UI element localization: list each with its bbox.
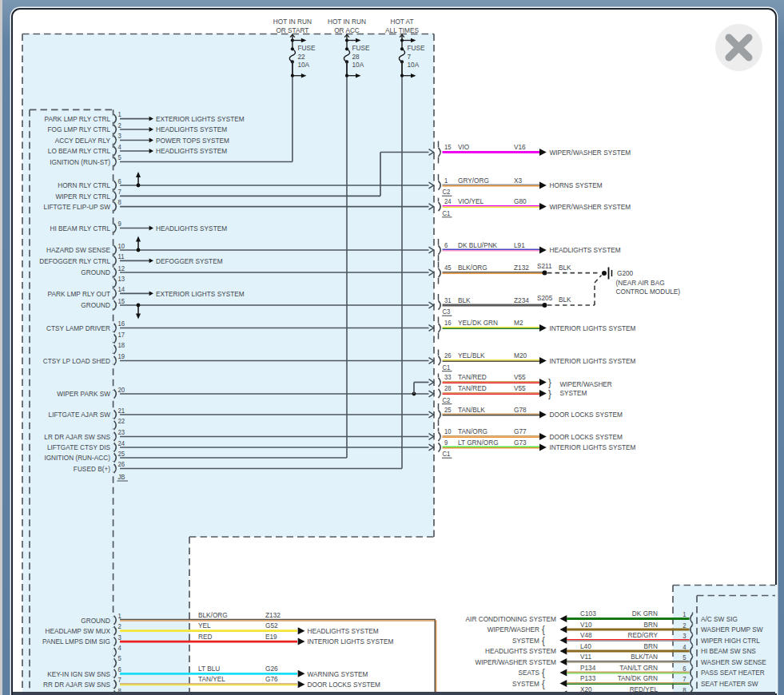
svg-text:G52: G52 xyxy=(265,622,278,630)
svg-text:{: { xyxy=(542,634,545,646)
svg-text:G26: G26 xyxy=(265,664,278,673)
svg-text:BRN: BRN xyxy=(644,641,658,650)
svg-text:FUSE: FUSE xyxy=(297,44,315,53)
svg-text:BLK/TAN: BLK/TAN xyxy=(631,653,658,661)
svg-text:RED: RED xyxy=(198,632,212,641)
svg-text:C1: C1 xyxy=(443,363,451,371)
svg-text:WASHER PUMP SW: WASHER PUMP SW xyxy=(701,626,763,634)
svg-text:4: 4 xyxy=(118,143,122,151)
svg-text:}: } xyxy=(548,388,551,400)
svg-text:INTERIOR LIGHTS SYSTEM: INTERIOR LIGHTS SYSTEM xyxy=(550,324,636,332)
svg-text:HEADLIGHTS SYSTEM: HEADLIGHTS SYSTEM xyxy=(156,125,227,134)
svg-text:INTERIOR LIGHTS SYSTEM: INTERIOR LIGHTS SYSTEM xyxy=(308,637,394,646)
svg-text:ACCY DELAY RLY: ACCY DELAY RLY xyxy=(55,136,110,145)
svg-text:FUSED B(+): FUSED B(+) xyxy=(74,464,110,473)
svg-text:BLK: BLK xyxy=(559,296,571,304)
svg-text:45: 45 xyxy=(444,264,452,272)
svg-text:RED/GRY: RED/GRY xyxy=(627,631,658,640)
svg-text:V55: V55 xyxy=(514,384,526,393)
svg-text:24: 24 xyxy=(118,439,125,447)
svg-text:G78: G78 xyxy=(514,405,527,414)
svg-text:6: 6 xyxy=(444,241,448,249)
svg-text:2: 2 xyxy=(118,623,122,631)
svg-text:VIO: VIO xyxy=(458,143,469,152)
svg-text:1: 1 xyxy=(444,177,448,185)
svg-text:ALL TIMES: ALL TIMES xyxy=(385,26,419,34)
svg-text:POWER TOPS SYSTEM: POWER TOPS SYSTEM xyxy=(156,136,229,145)
svg-text:WIPER/WASHER: WIPER/WASHER xyxy=(560,379,612,388)
svg-text:6: 6 xyxy=(118,177,122,185)
svg-text:6: 6 xyxy=(118,665,122,673)
svg-text:FOG LMP RLY CTRL: FOG LMP RLY CTRL xyxy=(47,125,110,134)
svg-text:P134: P134 xyxy=(580,663,595,672)
svg-text:LR DR AJAR SW SNS: LR DR AJAR SW SNS xyxy=(44,432,110,441)
svg-text:JB: JB xyxy=(118,474,125,482)
svg-text:BRN: BRN xyxy=(644,620,658,629)
svg-text:V16: V16 xyxy=(514,143,526,152)
svg-text:LIFTGATE CTSY DIS: LIFTGATE CTSY DIS xyxy=(47,443,110,452)
svg-text:10: 10 xyxy=(444,428,452,436)
svg-text:FUSE: FUSE xyxy=(408,44,425,53)
svg-text:L40: L40 xyxy=(580,641,591,650)
svg-text:G73: G73 xyxy=(514,438,527,447)
svg-text:CTSY LP LOAD SHED: CTSY LP LOAD SHED xyxy=(43,356,110,365)
svg-text:TAN/BLK: TAN/BLK xyxy=(458,405,485,414)
svg-text:EXTERIOR LIGHTS SYSTEM: EXTERIOR LIGHTS SYSTEM xyxy=(156,289,245,298)
svg-text:HEADLIGHTS SYSTEM: HEADLIGHTS SYSTEM xyxy=(485,647,556,656)
svg-text:6: 6 xyxy=(683,665,686,673)
svg-text:HEADLIGHTS SYSTEM: HEADLIGHTS SYSTEM xyxy=(550,246,621,255)
svg-text:YEL/BLK: YEL/BLK xyxy=(458,351,485,360)
svg-text:E19: E19 xyxy=(265,632,277,641)
svg-text:HEADLIGHTS SYSTEM: HEADLIGHTS SYSTEM xyxy=(156,224,227,232)
svg-text:DOOR LOCKS SYSTEM: DOOR LOCKS SYSTEM xyxy=(308,680,380,689)
svg-text:26: 26 xyxy=(444,352,452,360)
svg-text:OR START: OR START xyxy=(276,26,309,34)
svg-text:RR DR AJAR SW SNS: RR DR AJAR SW SNS xyxy=(43,680,110,689)
svg-text:AIR CONDITIONING SYSTEM: AIR CONDITIONING SYSTEM xyxy=(466,614,556,623)
svg-text:10A: 10A xyxy=(352,60,364,69)
svg-text:FUSE: FUSE xyxy=(352,44,370,53)
svg-text:GROUND: GROUND xyxy=(81,616,110,625)
svg-text:21: 21 xyxy=(118,407,125,415)
svg-text:1: 1 xyxy=(683,611,686,619)
svg-text:WARNING SYSTEM: WARNING SYSTEM xyxy=(308,669,368,678)
svg-text:TAN/RED: TAN/RED xyxy=(458,384,487,393)
svg-text:PASS SEAT HEATER: PASS SEAT HEATER xyxy=(701,669,765,677)
svg-text:BLK/ORG: BLK/ORG xyxy=(458,264,488,272)
svg-text:5: 5 xyxy=(118,154,122,162)
svg-text:17: 17 xyxy=(118,331,125,339)
svg-text:TAN/YEL: TAN/YEL xyxy=(198,675,225,684)
svg-text:9: 9 xyxy=(118,220,122,228)
svg-text:15: 15 xyxy=(444,144,452,152)
svg-text:14: 14 xyxy=(118,285,125,293)
svg-text:3: 3 xyxy=(683,633,686,641)
svg-text:24: 24 xyxy=(444,198,452,206)
svg-text:{: { xyxy=(542,677,545,689)
svg-text:LT BLU: LT BLU xyxy=(198,664,220,673)
svg-text:DEFOGGER SYSTEM: DEFOGGER SYSTEM xyxy=(156,256,223,265)
svg-text:BLK: BLK xyxy=(559,263,571,272)
svg-text:16: 16 xyxy=(118,320,125,328)
svg-text:HOT IN RUN: HOT IN RUN xyxy=(328,17,366,26)
svg-text:DOOR LOCKS SYSTEM: DOOR LOCKS SYSTEM xyxy=(550,432,623,441)
svg-text:C2: C2 xyxy=(443,189,451,197)
svg-text:M2: M2 xyxy=(514,319,523,328)
svg-text:TAN/DK GRN: TAN/DK GRN xyxy=(618,674,658,683)
svg-text:HOT AT: HOT AT xyxy=(390,17,414,26)
svg-text:WIPER/WASHER: WIPER/WASHER xyxy=(488,626,539,634)
svg-text:M20: M20 xyxy=(514,351,527,360)
svg-text:9: 9 xyxy=(444,439,448,447)
svg-text:SYSTEM: SYSTEM xyxy=(512,636,539,645)
svg-text:HEADLIGHTS SYSTEM: HEADLIGHTS SYSTEM xyxy=(156,147,227,156)
svg-text:12: 12 xyxy=(118,264,125,272)
svg-text:Z234: Z234 xyxy=(514,296,529,304)
svg-text:IGNITION (RUN-ST): IGNITION (RUN-ST) xyxy=(50,157,110,166)
svg-text:LO BEAM RLY CTRL: LO BEAM RLY CTRL xyxy=(48,147,110,156)
svg-text:25: 25 xyxy=(444,406,452,414)
svg-text:P133: P133 xyxy=(580,674,595,683)
svg-text:10A: 10A xyxy=(408,60,420,69)
svg-text:BLK/ORG: BLK/ORG xyxy=(198,610,228,619)
svg-text:C1: C1 xyxy=(443,451,451,459)
svg-text:4: 4 xyxy=(118,645,122,653)
svg-text:2: 2 xyxy=(683,622,686,629)
